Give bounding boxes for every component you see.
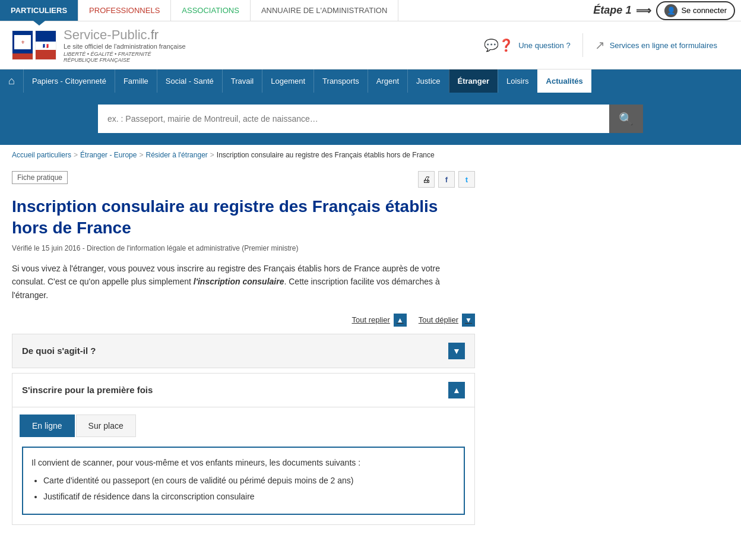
- search-button[interactable]: 🔍: [609, 105, 643, 133]
- logo-text: Service-Public.fr Le site officiel de l'…: [64, 27, 186, 63]
- page-title: Inscription consulaire au registre des F…: [12, 196, 475, 239]
- breadcrumb: Accueil particuliers > Étranger - Europe…: [0, 145, 741, 165]
- fiche-badge: Fiche pratique: [12, 171, 68, 184]
- content-area: Fiche pratique 🖨 f t Inscription consula…: [0, 165, 487, 532]
- breadcrumb-sep-2: >: [139, 151, 143, 159]
- nav-particuliers[interactable]: PARTICULIERS: [0, 0, 78, 21]
- accordion-2-body: En ligne Sur place Il convient de scanne…: [12, 407, 475, 525]
- accordion-1-title: De quoi s'agit-il ?: [22, 346, 96, 356]
- collapse-controls: Tout replier ▲ Tout déplier ▼: [12, 314, 475, 327]
- tabs: En ligne Sur place: [20, 415, 467, 437]
- user-icon: 👤: [664, 4, 677, 17]
- republic-text: LIBERTÉ • ÉGALITÉ • FRATERNITÉRÉPUBLIQUE…: [64, 51, 186, 63]
- arrow-icon: ⟹: [636, 4, 651, 17]
- nav-loisirs[interactable]: Loisirs: [498, 69, 537, 93]
- site-logo[interactable]: ⚜ 🇫🇷 Service-Public.fr Le site officiel …: [12, 27, 186, 63]
- search-icon: 🔍: [619, 112, 634, 126]
- main-navigation: ⌂ Papiers - Citoyenneté Famille Social -…: [0, 69, 741, 93]
- connect-button[interactable]: 👤 Se connecter: [656, 1, 735, 20]
- header-right: 💬❓ Une question ? ↗ Services en ligne et…: [472, 33, 729, 57]
- share-icons: 🖨 f t: [418, 171, 475, 188]
- facebook-button[interactable]: f: [438, 171, 455, 188]
- nav-logement[interactable]: Logement: [262, 69, 314, 93]
- nav-famille[interactable]: Famille: [115, 69, 157, 93]
- home-nav-item[interactable]: ⌂: [0, 69, 23, 93]
- search-bar: 🔍: [98, 105, 643, 133]
- nav-associations[interactable]: ASSOCIATIONS: [171, 0, 251, 21]
- breadcrumb-sep-3: >: [210, 151, 214, 159]
- tab-content-list: Carte d'identité ou passeport (en cours …: [43, 474, 455, 503]
- expand-all-label: Tout déplier: [419, 315, 458, 324]
- nav-annuaire[interactable]: ANNUAIRE DE L'ADMINISTRATION: [251, 0, 398, 21]
- list-item-1: Carte d'identité ou passeport (en cours …: [43, 474, 455, 487]
- question-label: Une question ?: [518, 41, 570, 50]
- collapse-all-button[interactable]: Tout replier ▲: [352, 314, 406, 327]
- accordion-1-header[interactable]: De quoi s'agit-il ? ▼: [12, 334, 475, 368]
- accordion-1-chevron: ▼: [448, 343, 465, 359]
- site-header: ⚜ 🇫🇷 Service-Public.fr Le site officiel …: [0, 21, 741, 69]
- top-navigation: PARTICULIERS PROFESSIONNELS ASSOCIATIONS…: [0, 0, 741, 21]
- accordion-2-header[interactable]: S'inscrire pour la première fois ▲: [12, 373, 475, 407]
- tabs-container: En ligne Sur place: [12, 407, 474, 437]
- nav-justice[interactable]: Justice: [407, 69, 448, 93]
- tab-info-box: Il convient de scanner, pour vous-même e…: [22, 447, 465, 515]
- logo-main-text: Service-Public.fr: [64, 27, 186, 43]
- chevron-up-icon: ▲: [394, 314, 407, 327]
- accordion-1: De quoi s'agit-il ? ▼: [12, 334, 475, 368]
- tab-online-content: Il convient de scanner, pour vous-même e…: [12, 437, 474, 524]
- nav-social[interactable]: Social - Santé: [157, 69, 222, 93]
- page-intro: Si vous vivez à l'étranger, vous pouvez …: [12, 262, 475, 302]
- nav-etranger[interactable]: Étranger: [449, 69, 498, 93]
- tab-onsite[interactable]: Sur place: [76, 415, 136, 437]
- connect-label: Se connecter: [681, 6, 727, 15]
- nav-argent[interactable]: Argent: [368, 69, 407, 93]
- nav-actualites[interactable]: Actualités: [537, 69, 591, 93]
- intro-italic: l'inscription consulaire: [194, 277, 284, 286]
- accordion-2-title: S'inscrire pour la première fois: [22, 385, 153, 395]
- chevron-down-icon: ▼: [462, 314, 475, 327]
- nav-papiers[interactable]: Papiers - Citoyenneté: [23, 69, 115, 93]
- nav-professionnels[interactable]: PROFESSIONNELS: [78, 0, 171, 21]
- print-button[interactable]: 🖨: [418, 171, 435, 188]
- breadcrumb-item-resider[interactable]: Résider à l'étranger: [145, 151, 207, 159]
- breadcrumb-current: Inscription consulaire au registre des F…: [217, 151, 435, 159]
- breadcrumb-item-etranger[interactable]: Étranger - Europe: [80, 151, 137, 159]
- expand-all-button[interactable]: Tout déplier ▼: [419, 314, 475, 327]
- tab-content-intro: Il convient de scanner, pour vous-même e…: [31, 458, 360, 467]
- title-row: Fiche pratique 🖨 f t: [12, 171, 475, 191]
- collapse-all-label: Tout replier: [352, 315, 390, 324]
- services-icon: ↗: [595, 38, 605, 52]
- services-link[interactable]: ↗ Services en ligne et formulaires: [583, 38, 729, 52]
- page-verified: Vérifié le 15 juin 2016 - Direction de l…: [12, 244, 475, 252]
- accordion-2-chevron: ▲: [448, 382, 465, 398]
- etape-label: Étape 1: [593, 4, 631, 17]
- list-item-2: Justificatif de résidence dans la circon…: [43, 490, 455, 503]
- logo-sub-text: Le site officiel de l'administration fra…: [64, 43, 186, 50]
- accordion-2: S'inscrire pour la première fois ▲ En li…: [12, 373, 475, 525]
- search-input[interactable]: [98, 107, 609, 131]
- question-service[interactable]: 💬❓ Une question ?: [472, 38, 582, 52]
- nav-transports[interactable]: Transports: [314, 69, 368, 93]
- nav-travail[interactable]: Travail: [222, 69, 262, 93]
- top-nav-right: Étape 1 ⟹ 👤 Se connecter: [593, 0, 741, 21]
- search-section: 🔍: [0, 93, 741, 145]
- tab-online[interactable]: En ligne: [20, 415, 75, 437]
- breadcrumb-sep-1: >: [74, 151, 78, 159]
- breadcrumb-item-accueil[interactable]: Accueil particuliers: [12, 151, 71, 159]
- services-label: Services en ligne et formulaires: [610, 41, 717, 50]
- question-icon: 💬❓: [484, 38, 514, 52]
- twitter-button[interactable]: t: [458, 171, 475, 188]
